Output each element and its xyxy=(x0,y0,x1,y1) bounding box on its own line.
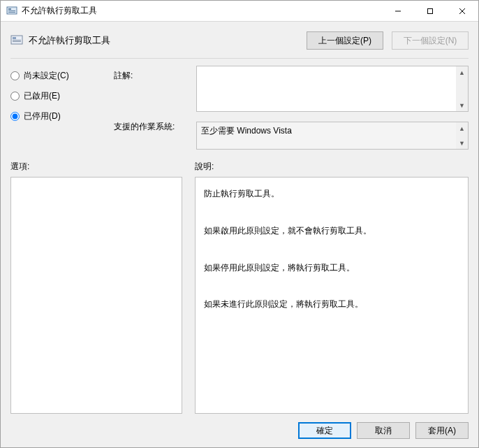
panels: 防止執行剪取工具。 如果啟用此原則設定，就不會執行剪取工具。 如果停用此原則設定… xyxy=(1,177,478,414)
app-icon xyxy=(6,6,17,17)
supported-os-value: 至少需要 Windows Vista xyxy=(201,125,292,137)
scroll-down-icon[interactable]: ▼ xyxy=(456,99,468,111)
header: 不允許執行剪取工具 上一個設定(P) 下一個設定(N) xyxy=(1,22,478,55)
scroll-up-icon[interactable]: ▲ xyxy=(456,122,468,134)
radio-disabled-input[interactable] xyxy=(10,112,20,121)
svg-rect-5 xyxy=(428,8,433,13)
cancel-button[interactable]: 取消 xyxy=(357,422,410,439)
comment-field-wrap: ▲ ▼ xyxy=(196,66,469,112)
comment-scrollbar[interactable]: ▲ ▼ xyxy=(456,66,468,111)
svg-rect-11 xyxy=(13,41,21,42)
titlebar: 不允許執行剪取工具 xyxy=(1,1,478,22)
minimize-button[interactable] xyxy=(382,1,414,21)
supported-os-box: 至少需要 Windows Vista ▲ ▼ xyxy=(196,122,469,150)
options-panel[interactable] xyxy=(10,177,182,414)
previous-setting-button[interactable]: 上一個設定(P) xyxy=(307,31,383,50)
radio-not-configured[interactable]: 尚未設定(C) xyxy=(10,70,108,82)
dialog-buttons: 確定 取消 套用(A) xyxy=(1,414,478,447)
window-title: 不允許執行剪取工具 xyxy=(22,5,382,17)
options-label: 選項: xyxy=(10,161,182,173)
apply-button[interactable]: 套用(A) xyxy=(415,422,469,439)
next-setting-button: 下一個設定(N) xyxy=(392,31,469,50)
mid-labels: 選項: 說明: xyxy=(1,150,478,177)
policy-dialog: 不允許執行剪取工具 不允許執行剪取工具 上一個設定(P) 下一個設定(N) xyxy=(0,0,479,448)
radio-disabled[interactable]: 已停用(D) xyxy=(10,110,108,122)
supported-scrollbar[interactable]: ▲ ▼ xyxy=(456,122,468,149)
settings-area: 尚未設定(C) 已啟用(E) 已停用(D) 註解: 支援的作業系統: ▲ ▼ xyxy=(1,63,478,150)
radio-not-configured-input[interactable] xyxy=(10,71,20,80)
comment-textarea[interactable] xyxy=(197,66,456,111)
help-label: 說明: xyxy=(195,161,469,173)
radio-enabled[interactable]: 已啟用(E) xyxy=(10,90,108,102)
comment-label: 註解: xyxy=(114,70,191,82)
svg-rect-9 xyxy=(13,37,16,39)
radio-disabled-label: 已停用(D) xyxy=(24,110,61,122)
radio-enabled-input[interactable] xyxy=(10,92,20,101)
svg-rect-3 xyxy=(8,12,15,13)
svg-rect-2 xyxy=(8,10,15,11)
window-controls xyxy=(382,1,478,21)
field-values: ▲ ▼ 至少需要 Windows Vista ▲ ▼ xyxy=(196,66,469,150)
radio-not-configured-label: 尚未設定(C) xyxy=(24,70,69,82)
scroll-down-icon[interactable]: ▼ xyxy=(456,137,468,149)
policy-title: 不允許執行剪取工具 xyxy=(29,34,298,47)
help-panel[interactable]: 防止執行剪取工具。 如果啟用此原則設定，就不會執行剪取工具。 如果停用此原則設定… xyxy=(195,177,469,414)
scroll-up-icon[interactable]: ▲ xyxy=(456,66,468,78)
state-radios: 尚未設定(C) 已啟用(E) 已停用(D) xyxy=(10,66,108,150)
maximize-button[interactable] xyxy=(414,1,446,21)
field-labels: 註解: 支援的作業系統: xyxy=(114,66,191,150)
close-button[interactable] xyxy=(446,1,478,21)
ok-button[interactable]: 確定 xyxy=(298,422,351,439)
separator xyxy=(10,58,469,59)
supported-label: 支援的作業系統: xyxy=(114,121,191,133)
svg-rect-1 xyxy=(8,8,11,10)
svg-rect-10 xyxy=(13,40,21,41)
policy-icon xyxy=(10,34,23,47)
radio-enabled-label: 已啟用(E) xyxy=(24,90,60,102)
